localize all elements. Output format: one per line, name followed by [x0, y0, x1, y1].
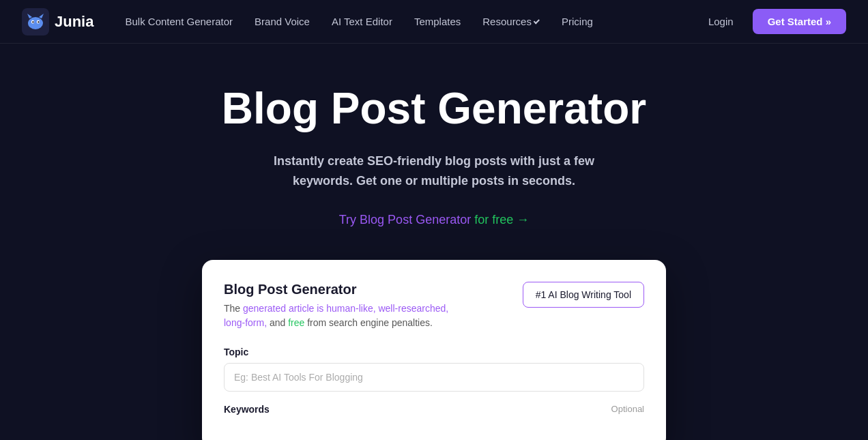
login-button[interactable]: Login — [697, 10, 744, 33]
card-info: Blog Post Generator The generated articl… — [224, 282, 469, 330]
topic-label: Topic — [224, 347, 644, 357]
card-desc-highlight: generated article is human-like, well-re… — [224, 303, 448, 328]
hero-cta-link[interactable]: Try Blog Post Generator — [339, 213, 474, 226]
hero-cta: Try Blog Post Generator for free → — [22, 213, 846, 227]
nav-ai-text-editor[interactable]: AI Text Editor — [322, 10, 402, 33]
navbar: Junia Bulk Content Generator Brand Voice… — [0, 0, 868, 44]
nav-brand-voice[interactable]: Brand Voice — [245, 10, 319, 33]
keywords-field: Keywords Optional — [224, 404, 644, 415]
svg-point-6 — [32, 20, 33, 23]
logo-text: Junia — [55, 13, 93, 31]
nav-right: Login Get Started » — [697, 9, 846, 34]
logo-link[interactable]: Junia — [22, 8, 93, 35]
card-description: The generated article is human-like, wel… — [224, 302, 469, 330]
topic-field: Topic — [224, 347, 644, 392]
topic-input[interactable] — [224, 363, 644, 392]
card-header: Blog Post Generator The generated articl… — [224, 282, 644, 330]
card-desc-free: free — [288, 317, 304, 328]
keywords-label: Keywords Optional — [224, 404, 644, 415]
hero-title: Blog Post Generator — [22, 85, 846, 132]
nav-bulk-content[interactable]: Bulk Content Generator — [115, 10, 242, 33]
blog-post-generator-card: Blog Post Generator The generated articl… — [202, 260, 666, 440]
nav-resources[interactable]: Resources — [473, 10, 549, 33]
nav-links: Bulk Content Generator Brand Voice AI Te… — [115, 10, 691, 33]
svg-point-1 — [28, 17, 43, 29]
hero-cta-free: for free → — [474, 213, 529, 226]
chevron-down-icon — [534, 18, 540, 24]
nav-pricing[interactable]: Pricing — [552, 10, 603, 33]
nav-templates[interactable]: Templates — [405, 10, 470, 33]
logo-icon — [22, 8, 49, 35]
svg-point-7 — [38, 20, 39, 23]
hero-subtitle: Instantly create SEO-friendly blog posts… — [243, 151, 625, 191]
get-started-button[interactable]: Get Started » — [753, 9, 846, 34]
card-title: Blog Post Generator — [224, 282, 469, 297]
hero-section: Blog Post Generator Instantly create SEO… — [0, 44, 868, 254]
badge: #1 AI Blog Writing Tool — [523, 282, 644, 308]
keywords-optional: Optional — [611, 404, 644, 414]
card-wrapper: Blog Post Generator The generated articl… — [0, 260, 868, 440]
